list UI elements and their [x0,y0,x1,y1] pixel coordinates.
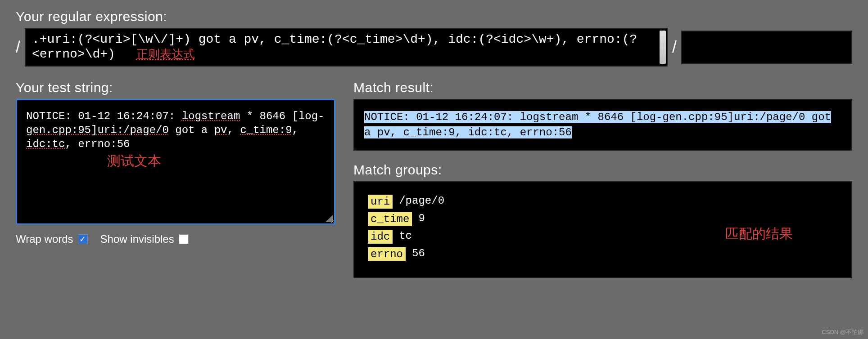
wrap-words-option[interactable]: Wrap words ✓ [16,233,88,245]
regex-annotation: 正则表达式 [136,47,195,61]
group-value: tc [399,230,412,242]
groups-label: Match groups: [353,162,852,178]
scrollbar-icon[interactable] [660,31,666,64]
wrap-words-label: Wrap words [16,233,73,245]
show-invisibles-option[interactable]: Show invisibles [100,233,189,245]
group-name: idc [368,230,393,244]
test-label: Your test string: [16,80,335,95]
regex-flags-input[interactable] [681,31,852,64]
show-invisibles-checkbox[interactable] [179,234,189,244]
group-value: 56 [412,247,425,259]
group-name: c_time [368,212,412,226]
group-row: c_time 9 [368,212,838,226]
group-row: errno 56 [368,247,838,261]
group-name: errno [368,247,406,261]
match-result-box: NOTICE: 01-12 16:24:07: logstream * 8646… [353,99,852,151]
test-text-content: NOTICE: 01-12 16:24:07: logstream * 8646… [26,109,325,152]
group-value: 9 [418,212,425,224]
regex-row: / .+uri:(?<uri>[\w\/]+) got a pv, c_time… [16,28,852,67]
match-groups-box: uri /page/0 c_time 9 idc tc errno 56 匹配的… [353,181,852,278]
match-result-text: NOTICE: 01-12 16:24:07: logstream * 8646… [364,111,831,138]
regex-input[interactable]: .+uri:(?<uri>[\w\/]+) got a pv, c_time:(… [25,28,668,67]
group-name: uri [368,195,393,209]
watermark: CSDN @不怕娜 [822,328,863,336]
regex-slash-open: / [16,38,20,57]
regex-slash-close: / [672,38,677,57]
group-value: /page/0 [399,195,444,207]
regex-label: Your regular expression: [16,9,852,24]
regex-pattern-text: .+uri:(?<uri>[\w\/]+) got a pv, c_time:(… [32,32,637,61]
show-invisibles-label: Show invisibles [100,233,174,245]
test-string-input[interactable]: NOTICE: 01-12 16:24:07: logstream * 8646… [16,99,335,225]
group-row: uri /page/0 [368,195,838,209]
test-annotation: 测试文本 [107,152,161,170]
result-label: Match result: [353,80,852,95]
resize-handle-icon[interactable] [326,215,333,222]
groups-annotation: 匹配的结果 [725,225,793,243]
wrap-words-checkbox[interactable]: ✓ [78,234,88,244]
